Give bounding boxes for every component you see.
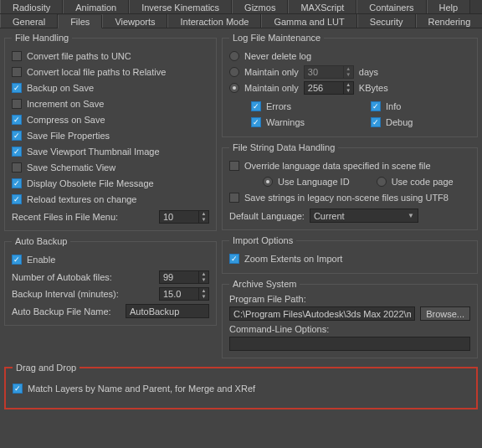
chk-warnings[interactable] bbox=[251, 117, 261, 127]
tab-gizmos[interactable]: Gizmos bbox=[232, 0, 288, 13]
chk-save-schem[interactable] bbox=[12, 162, 22, 173]
tab-security[interactable]: Security bbox=[357, 14, 416, 28]
chk-convert-rel[interactable] bbox=[12, 67, 22, 77]
chk-obsolete[interactable] bbox=[12, 178, 22, 188]
chk-info[interactable] bbox=[371, 101, 381, 111]
chk-save-props[interactable] bbox=[12, 131, 22, 141]
chk-debug[interactable] bbox=[371, 117, 381, 127]
group-drag-drop: Drag and Drop Match Layers by Name and P… bbox=[4, 363, 478, 409]
tab-animation[interactable]: Animation bbox=[63, 0, 129, 13]
tab-inverse-kinematics[interactable]: Inverse Kinematics bbox=[129, 0, 232, 13]
tab-gamma-and-lut[interactable]: Gamma and LUT bbox=[261, 14, 356, 28]
chk-save-legacy[interactable] bbox=[229, 193, 239, 203]
chk-convert-unc[interactable] bbox=[12, 51, 22, 61]
browse-button[interactable]: Browse... bbox=[420, 306, 470, 321]
radio-maintain-days[interactable] bbox=[229, 67, 239, 77]
combo-default-lang[interactable]: Current▼ bbox=[310, 209, 418, 223]
chk-match-layers[interactable] bbox=[13, 384, 23, 394]
tab-interaction-mode[interactable]: Interaction Mode bbox=[167, 14, 261, 28]
tab-row-2: GeneralFilesViewportsInteraction ModeGam… bbox=[0, 14, 482, 28]
tab-radiosity[interactable]: Radiosity bbox=[0, 0, 63, 13]
chk-increment-save[interactable] bbox=[12, 99, 22, 109]
chk-enable-autobak[interactable] bbox=[12, 255, 22, 265]
spinner-recent[interactable]: 10▲▼ bbox=[159, 210, 209, 224]
input-cmd-options[interactable] bbox=[229, 337, 470, 351]
group-archive: Archive System Program File Path: Browse… bbox=[222, 279, 478, 358]
tab-help[interactable]: Help bbox=[427, 0, 471, 13]
legend: File Handling bbox=[12, 33, 72, 43]
spinner-days[interactable]: 30▲▼ bbox=[304, 65, 354, 79]
tab-containers[interactable]: Containers bbox=[356, 0, 426, 13]
tab-files[interactable]: Files bbox=[58, 15, 102, 28]
tab-general[interactable]: General bbox=[0, 14, 58, 28]
group-log: Log File Maintenance Never delete log Ma… bbox=[222, 33, 478, 137]
input-archive-path[interactable] bbox=[229, 306, 415, 321]
group-file-handling: File Handling Convert file paths to UNC … bbox=[4, 33, 217, 231]
tab-row-1: RadiosityAnimationInverse KinematicsGizm… bbox=[0, 0, 482, 14]
chk-reload-tex[interactable] bbox=[12, 194, 22, 204]
radio-use-lang[interactable] bbox=[263, 177, 273, 187]
chk-override-lang[interactable] bbox=[229, 161, 239, 171]
chk-errors[interactable] bbox=[251, 101, 261, 111]
group-auto-backup: Auto Backup Enable Number of Autobak fil… bbox=[4, 236, 217, 326]
tab-viewports[interactable]: Viewports bbox=[102, 14, 167, 28]
input-autobak-name[interactable] bbox=[126, 304, 209, 318]
radio-use-code[interactable] bbox=[377, 177, 387, 187]
chk-zoom-extents[interactable] bbox=[229, 254, 239, 264]
tab-maxscript[interactable]: MAXScript bbox=[288, 0, 356, 13]
spinner-autobak-num[interactable]: 99▲▼ bbox=[159, 270, 209, 284]
chk-compress-save[interactable] bbox=[12, 115, 22, 125]
group-strings: File String Data Handling Override langu… bbox=[222, 142, 478, 230]
chk-backup-save[interactable] bbox=[12, 83, 22, 93]
group-import: Import Options Zoom Extents on Import bbox=[222, 235, 478, 274]
spinner-kb[interactable]: 256▲▼ bbox=[304, 81, 354, 95]
spinner-autobak-interval[interactable]: 15.0▲▼ bbox=[159, 287, 209, 301]
chk-save-thumb[interactable] bbox=[12, 147, 22, 157]
radio-maintain-kb[interactable] bbox=[229, 83, 239, 93]
radio-never-delete[interactable] bbox=[229, 51, 239, 61]
tab-rendering[interactable]: Rendering bbox=[416, 14, 482, 28]
